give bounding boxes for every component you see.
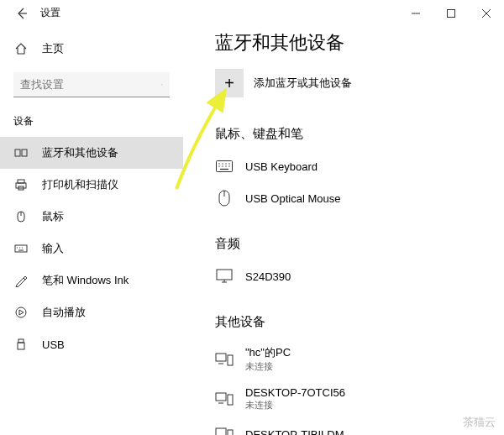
- sidebar-section-label: 设备: [0, 109, 183, 137]
- device-name: S24D390: [245, 270, 291, 283]
- svg-point-23: [222, 163, 223, 164]
- back-arrow-icon: [15, 7, 29, 20]
- sidebar-home[interactable]: 主页: [0, 34, 183, 64]
- search-icon: [161, 79, 163, 91]
- device-status: 未连接: [245, 399, 345, 411]
- minimize-icon: [412, 9, 420, 18]
- svg-point-26: [218, 165, 219, 166]
- nav-label: 笔和 Windows Ink: [42, 273, 129, 288]
- watermark: 茶猫云: [463, 415, 496, 430]
- device-pc-2[interactable]: DESKTOP-7OTCI56 未连接: [215, 380, 504, 418]
- app-title: 设置: [40, 6, 60, 20]
- svg-point-24: [225, 163, 226, 164]
- device-pc-3[interactable]: DESKTOP-TIBILDM: [215, 418, 504, 435]
- keyboard-icon: [13, 241, 29, 256]
- monitor-icon: [215, 267, 234, 286]
- device-keyboard[interactable]: USB Keyboard: [215, 150, 504, 182]
- svg-rect-42: [216, 428, 226, 435]
- device-status: 未连接: [245, 360, 291, 373]
- maximize-icon: [447, 9, 455, 18]
- content-area: 蓝牙和其他设备 + 添加蓝牙或其他设备 鼠标、键盘和笔 USB Keyboard…: [183, 27, 504, 435]
- svg-point-27: [222, 165, 223, 166]
- svg-rect-7: [22, 149, 27, 156]
- sidebar-item-usb[interactable]: USB: [0, 328, 183, 360]
- group-title-audio: 音频: [215, 236, 504, 252]
- close-button[interactable]: [469, 1, 504, 26]
- computer-icon: [215, 425, 234, 435]
- pen-icon: [13, 273, 29, 288]
- device-pc-1[interactable]: "hc"的PC 未连接: [215, 338, 504, 380]
- svg-point-18: [16, 307, 26, 317]
- device-monitor[interactable]: S24D390: [215, 260, 504, 292]
- svg-rect-1: [448, 9, 455, 17]
- computer-icon: [215, 390, 234, 408]
- nav-label: 自动播放: [42, 305, 86, 320]
- bluetooth-devices-icon: [13, 145, 29, 160]
- svg-rect-6: [15, 149, 20, 156]
- search-input[interactable]: [20, 78, 161, 91]
- home-icon: [13, 41, 29, 56]
- device-name: USB Optical Mouse: [245, 192, 340, 205]
- home-label: 主页: [42, 41, 64, 56]
- add-device-label: 添加蓝牙或其他设备: [254, 76, 352, 91]
- close-icon: [482, 9, 491, 18]
- svg-rect-20: [18, 343, 24, 349]
- computer-icon: [215, 350, 234, 369]
- group-title-other: 其他设备: [215, 314, 504, 330]
- svg-rect-19: [18, 339, 24, 343]
- sidebar-item-pen[interactable]: 笔和 Windows Ink: [0, 265, 183, 296]
- search-box[interactable]: [13, 72, 170, 97]
- printer-icon: [13, 177, 29, 192]
- keyboard-icon: [215, 157, 234, 176]
- svg-point-25: [228, 163, 229, 164]
- svg-point-29: [228, 165, 229, 166]
- mouse-icon: [215, 189, 234, 207]
- svg-point-4: [161, 84, 162, 85]
- nav-label: 蓝牙和其他设备: [42, 145, 118, 160]
- device-name: DESKTOP-TIBILDM: [245, 428, 344, 436]
- device-name: USB Keyboard: [245, 160, 318, 173]
- titlebar: 设置: [0, 0, 504, 27]
- svg-rect-41: [228, 395, 233, 405]
- nav-label: USB: [42, 338, 65, 351]
- usb-icon: [13, 337, 29, 352]
- svg-rect-36: [216, 354, 226, 361]
- device-mouse[interactable]: USB Optical Mouse: [215, 182, 504, 214]
- svg-rect-38: [228, 355, 233, 365]
- sidebar-item-bluetooth[interactable]: 蓝牙和其他设备: [0, 137, 183, 169]
- sidebar-item-printers[interactable]: 打印机和扫描仪: [0, 169, 183, 201]
- sidebar-item-autoplay[interactable]: 自动播放: [0, 296, 183, 328]
- mouse-icon: [13, 209, 29, 224]
- nav-label: 打印机和扫描仪: [42, 177, 118, 192]
- svg-point-28: [225, 165, 226, 166]
- minimize-button[interactable]: [398, 1, 433, 26]
- maximize-button[interactable]: [433, 1, 469, 26]
- svg-rect-9: [18, 180, 24, 183]
- autoplay-icon: [13, 305, 29, 320]
- nav-label: 鼠标: [42, 209, 64, 224]
- group-title-input-devices: 鼠标、键盘和笔: [215, 126, 504, 142]
- add-device-button[interactable]: + 添加蓝牙或其他设备: [215, 69, 504, 97]
- sidebar: 主页 设备 蓝牙和其他设备 打印机和扫描仪 鼠标: [0, 27, 183, 435]
- window-controls: [398, 1, 504, 26]
- plus-icon: +: [215, 69, 244, 97]
- svg-line-5: [162, 85, 163, 86]
- device-name: "hc"的PC: [245, 345, 291, 360]
- svg-rect-33: [217, 270, 232, 280]
- svg-rect-8: [16, 183, 26, 188]
- device-name: DESKTOP-7OTCI56: [245, 386, 345, 399]
- svg-rect-39: [216, 393, 226, 401]
- svg-point-22: [218, 163, 219, 164]
- svg-rect-13: [15, 245, 27, 252]
- sidebar-item-typing[interactable]: 输入: [0, 233, 183, 265]
- sidebar-item-mouse[interactable]: 鼠标: [0, 201, 183, 233]
- page-title: 蓝牙和其他设备: [215, 30, 504, 55]
- back-button[interactable]: [10, 2, 34, 25]
- svg-rect-44: [228, 430, 233, 435]
- nav-label: 输入: [42, 241, 64, 256]
